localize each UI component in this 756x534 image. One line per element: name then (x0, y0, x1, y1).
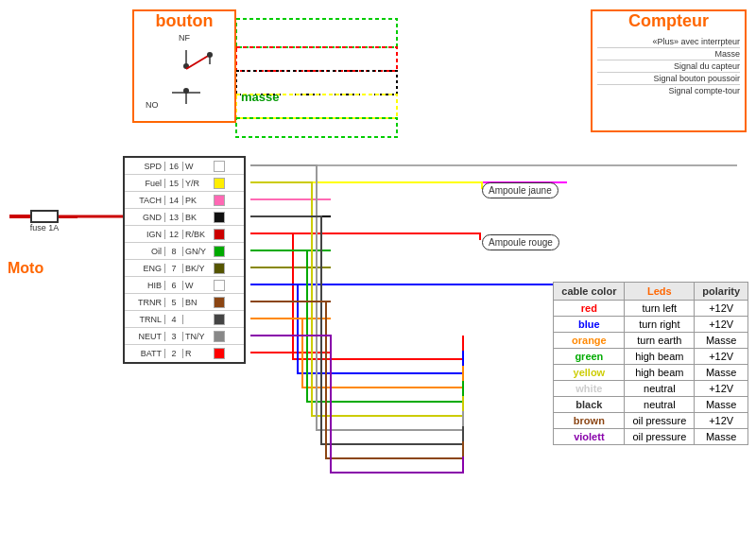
connector-row-neut: NEUT 3 TN/Y (125, 328, 244, 345)
table-cell-polarity: +12V (695, 317, 748, 333)
table-cell-color: white (554, 381, 625, 397)
table-row: white neutral +12V (554, 381, 748, 397)
connector-row-hib: HIB 6 W (125, 277, 244, 294)
table-cell-polarity: +12V (695, 413, 748, 429)
table-cell-polarity: +12V (695, 301, 748, 317)
led-table: cable color Leds polarity red turn left … (553, 282, 748, 445)
connector-row-trnl: TRNL 4 (125, 311, 244, 328)
connector-row-batt: BATT 2 R (125, 345, 244, 362)
table-header-polarity: polarity (695, 283, 748, 301)
table-cell-polarity: Masse (695, 429, 748, 445)
table-row: brown oil pressure +12V (554, 413, 748, 429)
table-cell-color: green (554, 349, 625, 365)
table-cell-leds: oil pressure (625, 413, 695, 429)
table-cell-leds: turn left (625, 301, 695, 317)
bouton-no-label: NO (146, 100, 159, 110)
compteur-item-2: Masse (597, 48, 740, 60)
table-cell-polarity: +12V (695, 381, 748, 397)
connector-row-fuel: Fuel 15 Y/R (125, 175, 244, 192)
compteur-item-3: Signal du capteur (597, 60, 740, 73)
svg-rect-3 (236, 47, 397, 71)
table-row: orange turn earth Masse (554, 333, 748, 349)
table-cell-color: brown (554, 413, 625, 429)
table-header-leds: Leds (625, 283, 695, 301)
table-row: green high beam +12V (554, 349, 748, 365)
table-cell-leds: turn right (625, 317, 695, 333)
table-row: blue turn right +12V (554, 317, 748, 333)
svg-rect-2 (236, 19, 397, 47)
table-cell-color: blue (554, 317, 625, 333)
ampoule-rouge-label: Ampoule rouge (482, 234, 559, 250)
fuse-label: fuse 1A (11, 223, 77, 233)
table-row: yellow high beam Masse (554, 365, 748, 381)
table-cell-leds: turn earth (625, 333, 695, 349)
table-cell-leds: neutral (625, 381, 695, 397)
moto-label: Moto (8, 260, 43, 277)
table-cell-color: violett (554, 429, 625, 445)
table-cell-leds: high beam (625, 365, 695, 381)
bouton-title: bouton (134, 11, 234, 31)
connector-row-eng: ENG 7 BK/Y (125, 260, 244, 277)
table-cell-polarity: Masse (695, 365, 748, 381)
diagram: bouton NF NO masse Compteur «Plus» avec … (0, 0, 756, 534)
fuse-rect (30, 210, 59, 223)
table-cell-color: yellow (554, 365, 625, 381)
table-header-cable: cable color (554, 283, 625, 301)
ampoule-jaune-label: Ampoule jaune (482, 182, 558, 198)
table-cell-leds: neutral (625, 397, 695, 413)
compteur-box: Compteur «Plus» avec interrpteur Masse S… (591, 9, 747, 132)
fuse-component: fuse 1A (11, 210, 77, 233)
table-row: red turn left +12V (554, 301, 748, 317)
table-cell-color: orange (554, 333, 625, 349)
compteur-item-5: Signal compte-tour (597, 85, 740, 96)
connector-row-spd: SPD 16 W (125, 158, 244, 175)
table-cell-leds: oil pressure (625, 429, 695, 445)
table-cell-color: black (554, 397, 625, 413)
compteur-item-4: Signal bouton poussoir (597, 73, 740, 85)
table-cell-polarity: +12V (695, 349, 748, 365)
connector-row-ign: IGN 12 R/BK (125, 226, 244, 243)
table-cell-polarity: Masse (695, 333, 748, 349)
connector-row-trnr: TRNR 5 BN (125, 294, 244, 311)
compteur-items: «Plus» avec interrpteur Masse Signal du … (593, 31, 745, 101)
masse-label: masse (241, 90, 279, 104)
connector-row-gnd: GND 13 BK (125, 209, 244, 226)
table-cell-leds: high beam (625, 349, 695, 365)
table-row: violett oil pressure Masse (554, 429, 748, 445)
table-cell-polarity: Masse (695, 397, 748, 413)
connector-block: SPD 16 W Fuel 15 Y/R TACH 14 PK GND 13 B… (123, 156, 246, 364)
connector-row-tach: TACH 14 PK (125, 192, 244, 209)
bouton-box: bouton NF NO (132, 9, 236, 123)
connector-row-oil: Oil 8 GN/Y (125, 243, 244, 260)
compteur-title: Compteur (593, 11, 745, 31)
table-row: black neutral Masse (554, 397, 748, 413)
compteur-item-1: «Plus» avec interrpteur (597, 36, 740, 48)
bouton-nf-label: NF (179, 33, 190, 43)
svg-point-14 (183, 88, 189, 94)
svg-line-9 (186, 55, 210, 69)
table-cell-color: red (554, 301, 625, 317)
svg-rect-6 (236, 118, 397, 137)
